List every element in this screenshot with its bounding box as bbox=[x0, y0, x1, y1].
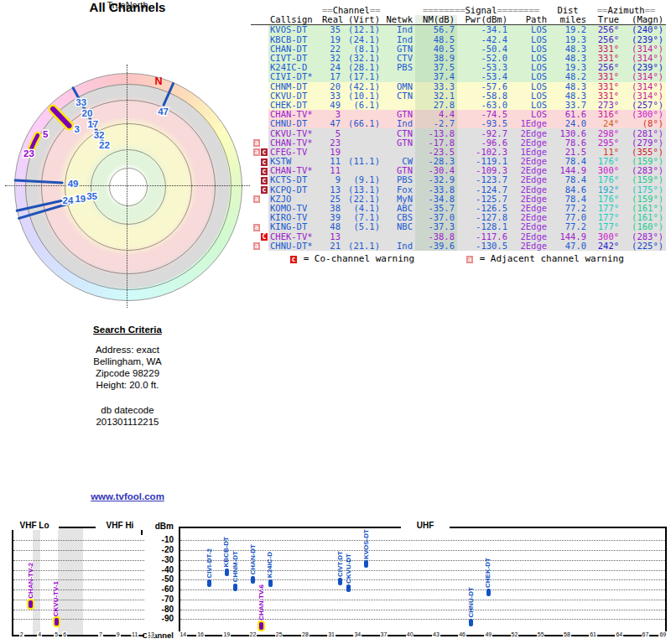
gridline bbox=[180, 600, 665, 600]
signal-marker bbox=[233, 584, 237, 591]
x-tick-label: 61 bbox=[589, 631, 597, 637]
x-tick-label: 55 bbox=[537, 631, 545, 637]
gridline bbox=[13, 540, 144, 541]
signal-marker bbox=[251, 576, 255, 584]
y-tick-label: -40 bbox=[132, 565, 174, 574]
x-tick-label: 14 bbox=[179, 631, 187, 637]
x-tick-label: 64 bbox=[615, 631, 623, 637]
gridline bbox=[180, 589, 665, 590]
signal-marker bbox=[486, 589, 491, 596]
x-tick-label: 46 bbox=[458, 631, 466, 637]
svg-text:33: 33 bbox=[75, 97, 86, 107]
radar-spokes: 473320173222323549241935N bbox=[2, 60, 253, 312]
signal-label: CHNM-DT bbox=[231, 551, 240, 582]
vhf-lo-label: VHF Lo bbox=[10, 521, 59, 530]
signal-marker bbox=[338, 578, 342, 585]
table-row: cKCTS-DT9(9.1)PBS-32.9-123.72Edge78.4176… bbox=[251, 175, 666, 184]
site-link-wrap: www.tvfool.com bbox=[34, 491, 221, 501]
table-row: CHAN-TV*3GTN4.4-74.5LOS61.6316°(300°) bbox=[251, 110, 666, 119]
table-row: KIRO-TV39(7.1)CBS-37.0-127.82Edge77.0177… bbox=[251, 213, 666, 222]
search-city: Bellingham, WA bbox=[34, 356, 221, 367]
dbm-axis-label: dBm bbox=[132, 522, 174, 531]
signal-label: KBCB-DT bbox=[222, 537, 231, 567]
table-row: cKSTW11(11.1)CW-28.3-119.12Edge78.4176°(… bbox=[251, 157, 666, 166]
x-tick-label: 4 bbox=[37, 631, 42, 637]
table-row: CHNU-DT47(66.1)Ind-2.7-93.51Edge24.024°(… bbox=[251, 119, 666, 128]
table-row: K24IC-D24(28.1)PBS37.5-53.3LOS19.3256°(2… bbox=[251, 63, 666, 72]
gridline bbox=[13, 600, 144, 600]
signal-label: CHAN-DT bbox=[249, 544, 257, 574]
signal-marker bbox=[469, 619, 473, 626]
signal-marker bbox=[29, 600, 33, 608]
x-tick-label: 49 bbox=[484, 631, 492, 637]
search-zipcode: Zipcode 98229 bbox=[34, 367, 221, 379]
table-row: CKVU-TV*5CTN-13.8-92.72Edge130.6298°(281… bbox=[251, 128, 666, 138]
x-tick-label: 43 bbox=[432, 631, 440, 637]
x-tick-label: 7 bbox=[98, 631, 103, 637]
svg-text:19: 19 bbox=[75, 194, 86, 204]
station-table-area: ==Channel==========Signal========Dist==A… bbox=[251, 6, 670, 251]
gridline bbox=[13, 550, 144, 551]
svg-text:N: N bbox=[154, 75, 162, 87]
svg-text:49: 49 bbox=[68, 179, 79, 189]
y-tick-label: -20 bbox=[132, 545, 174, 554]
table-row: acCFEG-TV19-23.5-102.31Edge21.511°(355°) bbox=[251, 148, 666, 157]
svg-text:5: 5 bbox=[43, 129, 49, 139]
x-tick-label: 6 bbox=[62, 631, 67, 637]
table-row: CCHEK-TV*13-38.8-117.62Edge144.9300°(283… bbox=[251, 232, 666, 242]
x-tick-label: 52 bbox=[511, 631, 519, 637]
signal-label: KVOS-DT bbox=[362, 529, 371, 559]
gridline bbox=[13, 560, 144, 561]
y-tick-label: -70 bbox=[132, 595, 174, 604]
adjacent-channel-legend-text: = Adjacent channel warning bbox=[480, 253, 624, 264]
gridline bbox=[13, 619, 144, 620]
signal-label: CKVU-TV-1 bbox=[52, 581, 60, 616]
svg-text:3: 3 bbox=[74, 124, 79, 134]
table-row: KBCB-DT19(24.1)Ind48.5-42.4LOS19.3256°(2… bbox=[251, 35, 666, 44]
table-row: KOMO-TV38(4.1)ABC-35.7-126.52Edge77.2177… bbox=[251, 204, 666, 213]
signal-marker bbox=[55, 618, 59, 626]
svg-text:17: 17 bbox=[87, 119, 98, 129]
gridline bbox=[13, 610, 144, 610]
db-datecode-value: 201301112215 bbox=[34, 416, 221, 428]
uhf-label: UHF bbox=[401, 521, 450, 530]
signal-marker bbox=[364, 560, 368, 568]
table-row: CKVU-DT33(10.1)CTN32.1-58.8LOS48.3331°(3… bbox=[251, 91, 666, 101]
signal-label: CHAN-TV-2 bbox=[27, 563, 35, 599]
y-tick-label: -50 bbox=[132, 574, 174, 584]
signal-marker bbox=[346, 584, 351, 592]
table-row: aKZJO25(22.1)MyN-34.8-125.72Edge78.4176°… bbox=[251, 195, 666, 204]
signal-label: CIVI-DT-2 bbox=[205, 548, 214, 579]
table-row: cCHAN-TV*11GTN-30.4-109.32Edge144.9300°(… bbox=[251, 166, 666, 175]
svg-text:22: 22 bbox=[99, 140, 110, 150]
signal-label: CIVT-DT bbox=[336, 551, 345, 577]
x-tick-label: 2 bbox=[19, 631, 24, 637]
table-row: CHAN-DT22(8.1)GTN40.5-50.4LOS48.3331°(31… bbox=[251, 44, 666, 54]
x-tick-label: 58 bbox=[563, 631, 571, 637]
gridline bbox=[180, 619, 665, 620]
search-criteria-title: Search Criteria bbox=[34, 324, 221, 335]
svg-text:20: 20 bbox=[82, 108, 93, 118]
x-tick-label: 11 bbox=[131, 631, 138, 637]
x-tick-label: 25 bbox=[275, 631, 283, 637]
x-tick-label: 40 bbox=[406, 631, 414, 637]
x-tick-label: 67 bbox=[642, 631, 650, 637]
x-tick-label: 31 bbox=[327, 631, 336, 637]
tvfool-link[interactable]: www.tvfool.com bbox=[91, 491, 164, 501]
table-row: KVOS-DT35(12.1)Ind56.7-34.1LOS19.2256°(2… bbox=[251, 25, 666, 35]
adjacent-channel-legend: a = Adjacent channel warning bbox=[466, 253, 624, 264]
table-row: aCHNU-DT*21(21.1)Ind-39.6-130.52Edge47.0… bbox=[251, 242, 666, 251]
svg-text:23: 23 bbox=[23, 148, 34, 158]
tvfool-report: All Channels TrueNorth 47332017322232354… bbox=[0, 0, 671, 644]
gridline bbox=[180, 540, 665, 541]
signal-marker bbox=[268, 579, 273, 587]
y-tick-label: -30 bbox=[132, 555, 174, 564]
signal-marker bbox=[225, 569, 229, 576]
y-tick-label: -90 bbox=[132, 614, 174, 623]
svg-text:32: 32 bbox=[94, 130, 105, 140]
gridline bbox=[180, 610, 665, 610]
x-tick-label: 19 bbox=[222, 631, 231, 637]
signal-label: CHAN-TV-6 bbox=[257, 584, 266, 621]
signal-marker bbox=[259, 622, 263, 630]
y-tick-label: -10 bbox=[132, 535, 174, 544]
